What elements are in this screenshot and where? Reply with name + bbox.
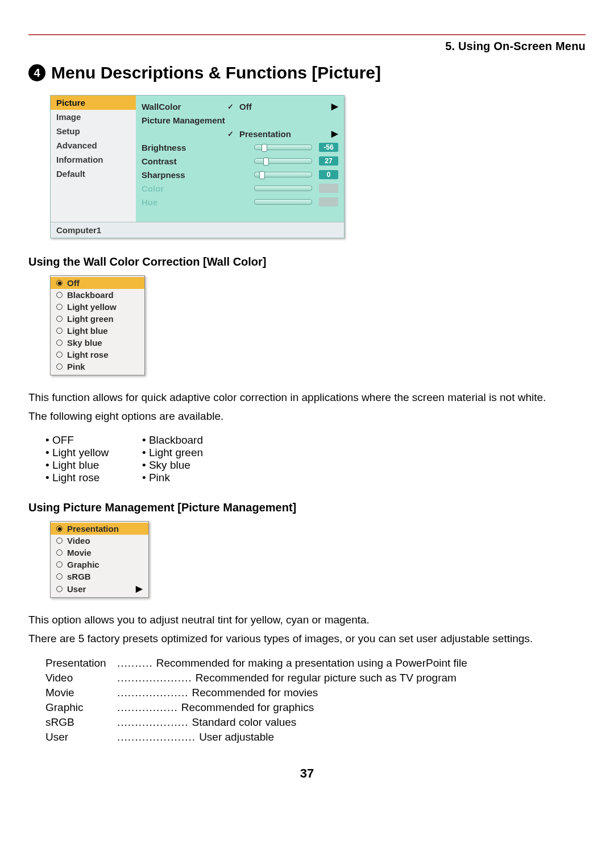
- wall-opt-lightgreen[interactable]: Light green: [51, 313, 144, 325]
- pm-value: Presentation: [239, 129, 291, 139]
- pm-body-1: This option allows you to adjust neutral…: [28, 613, 586, 627]
- wall-opt-pink[interactable]: Pink: [51, 361, 144, 373]
- contrast-slider[interactable]: [254, 158, 312, 164]
- page-number: 37: [28, 766, 586, 781]
- radio-icon: [56, 573, 63, 580]
- sharpness-slider[interactable]: [254, 172, 312, 177]
- brightness-label: Brightness: [142, 143, 224, 152]
- wall-opt-lightyellow[interactable]: Light yellow: [51, 301, 144, 313]
- radio-icon: [56, 304, 63, 310]
- opt-label: Light rose: [67, 350, 109, 359]
- def-desc: Recommended for graphics: [181, 701, 586, 714]
- section-heading: 4 Menu Descriptions & Functions [Picture…: [28, 63, 586, 82]
- pm-opt-movie[interactable]: Movie: [51, 547, 148, 559]
- pm-opt-video[interactable]: Video: [51, 535, 148, 547]
- osd-source: Computer1: [51, 222, 344, 238]
- triangle-right-icon: ▶: [331, 101, 338, 111]
- check-icon: ✓: [227, 102, 234, 111]
- pm-opt-presentation[interactable]: Presentation: [51, 523, 148, 535]
- hue-value: [319, 197, 338, 206]
- radio-icon: [56, 586, 63, 592]
- menu-item-advanced[interactable]: Advanced: [51, 138, 136, 152]
- def-desc: Recommended for regular picture such as …: [196, 672, 586, 684]
- osd-menu: Picture Image Setup Advanced Information…: [50, 95, 345, 238]
- wall-heading: Using the Wall Color Correction [Wall Co…: [28, 255, 586, 268]
- pm-definitions: Presentation..........Recommended for ma…: [45, 657, 586, 743]
- triangle-right-icon: ▶: [136, 584, 143, 594]
- rule: [28, 34, 586, 35]
- radio-icon: [56, 363, 63, 370]
- opt-label: Sky blue: [67, 338, 102, 348]
- bullet: Light green: [142, 447, 203, 459]
- opt-label: sRGB: [67, 572, 91, 581]
- wall-opt-skyblue[interactable]: Sky blue: [51, 337, 144, 349]
- menu-item-picture[interactable]: Picture: [51, 96, 136, 110]
- radio-icon: [56, 316, 63, 322]
- triangle-right-icon: ▶: [331, 129, 338, 139]
- section-number-badge: 4: [28, 64, 45, 81]
- opt-label: Graphic: [67, 560, 99, 569]
- radio-icon: [56, 328, 63, 334]
- color-label: Color: [142, 184, 224, 193]
- row-hue: Hue: [142, 196, 338, 208]
- row-brightness[interactable]: Brightness -56: [142, 141, 338, 154]
- radio-icon: [56, 538, 63, 544]
- opt-label: Movie: [67, 548, 92, 557]
- chapter-header: 5. Using On-Screen Menu: [28, 40, 586, 53]
- menu-item-information[interactable]: Information: [51, 152, 136, 167]
- wallcolor-value: Off: [239, 102, 252, 111]
- pm-opt-srgb[interactable]: sRGB: [51, 571, 148, 582]
- menu-item-default[interactable]: Default: [51, 167, 136, 181]
- page: 5. Using On-Screen Menu 4 Menu Descripti…: [0, 0, 614, 804]
- pm-label: Picture Management: [142, 115, 225, 125]
- def-desc: Standard color values: [192, 716, 586, 729]
- def-term: Presentation: [45, 657, 114, 669]
- pm-opt-graphic[interactable]: Graphic: [51, 559, 148, 571]
- osd-panel: WallColor ✓ Off ▶ Picture Management ✓ P…: [136, 96, 344, 222]
- wall-opt-off[interactable]: Off: [51, 277, 144, 289]
- opt-label: Video: [67, 536, 90, 545]
- row-color: Color: [142, 182, 338, 195]
- row-contrast[interactable]: Contrast 27: [142, 155, 338, 167]
- menu-item-setup[interactable]: Setup: [51, 124, 136, 138]
- brightness-slider[interactable]: [254, 144, 312, 150]
- radio-icon: [56, 352, 63, 358]
- radio-icon: [56, 526, 63, 532]
- pm-body-2: There are 5 factory presets optimized fo…: [28, 631, 586, 646]
- row-sharpness[interactable]: Sharpness 0: [142, 168, 338, 181]
- opt-label: Light green: [67, 314, 114, 324]
- def-term: Movie: [45, 687, 114, 699]
- def-term: User: [45, 731, 114, 743]
- wallcolor-popup: Off Blackboard Light yellow Light green …: [50, 275, 145, 375]
- sharpness-value: 0: [319, 170, 338, 179]
- row-pm-label: Picture Management: [142, 114, 338, 126]
- opt-label: Light blue: [67, 326, 108, 336]
- pm-opt-user[interactable]: User▶: [51, 582, 148, 595]
- bullet: OFF: [45, 434, 142, 447]
- osd-top: Picture Image Setup Advanced Information…: [51, 96, 344, 222]
- wallcolor-label: WallColor: [142, 102, 224, 111]
- row-pm-value[interactable]: ✓ Presentation ▶: [142, 127, 338, 140]
- menu-item-image[interactable]: Image: [51, 110, 136, 124]
- def-desc: Recommended for movies: [192, 687, 586, 699]
- radio-icon: [56, 280, 63, 286]
- bullet: Blackboard: [142, 434, 203, 447]
- wall-opt-blackboard[interactable]: Blackboard: [51, 289, 144, 301]
- row-wallcolor[interactable]: WallColor ✓ Off ▶: [142, 100, 338, 113]
- bullet: Sky blue: [142, 459, 203, 472]
- color-slider: [254, 185, 312, 191]
- radio-icon: [56, 561, 63, 568]
- def-desc: Recommended for making a presentation us…: [156, 657, 586, 669]
- opt-label: Off: [67, 278, 80, 288]
- wall-opt-lightrose[interactable]: Light rose: [51, 349, 144, 361]
- brightness-value: -56: [319, 143, 338, 152]
- bullet: Pink: [142, 472, 203, 484]
- osd-menu-list: Picture Image Setup Advanced Information…: [51, 96, 136, 222]
- pm-popup: Presentation Video Movie Graphic sRGB Us…: [50, 521, 149, 598]
- wall-opt-lightblue[interactable]: Light blue: [51, 325, 144, 337]
- bullet: Light yellow: [45, 447, 142, 459]
- bullet: Light rose: [45, 472, 142, 484]
- bullet: Light blue: [45, 459, 142, 472]
- wall-body-1: This function allows for quick adaptive …: [28, 390, 586, 405]
- check-icon: ✓: [227, 130, 234, 138]
